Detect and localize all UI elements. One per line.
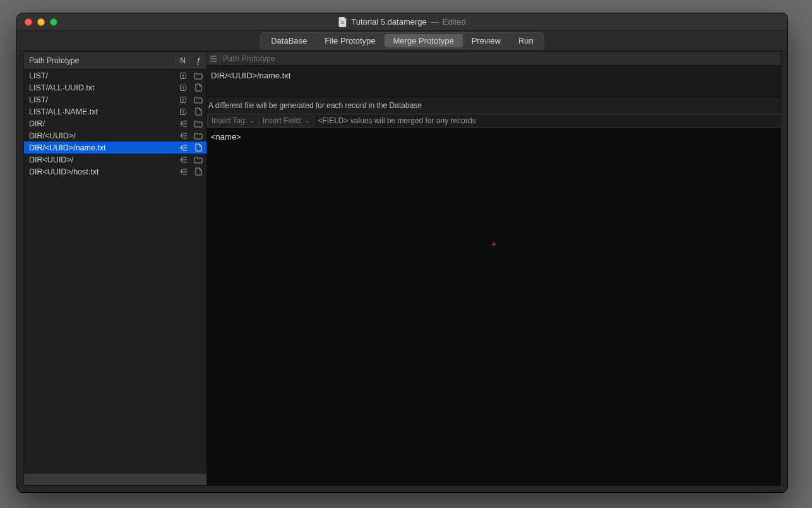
editor-text: <name> [211, 132, 241, 142]
title-separator: — [431, 17, 439, 27]
tab-merge-prototype[interactable]: Merge Prototype [385, 34, 463, 47]
insert-field-dropdown[interactable]: Insert Field: ⌄ [259, 114, 314, 127]
sidebar-header: Path Prototype N ƒ [24, 52, 206, 70]
multi-record-icon [176, 132, 190, 140]
multi-record-icon [176, 156, 190, 164]
multi-record-icon [176, 120, 190, 128]
multi-record-icon [176, 168, 190, 176]
document-title: Tutorial 5.datamerge [351, 17, 426, 27]
file-icon [190, 143, 206, 152]
edited-indicator: Edited [443, 17, 466, 27]
folder-icon [190, 72, 206, 80]
list-item[interactable]: DIR<UUID>/host.txt [24, 166, 206, 178]
cursor-plus-icon: + [491, 239, 496, 249]
tab-preview[interactable]: Preview [463, 34, 510, 47]
chevron-down-icon: ⌄ [305, 118, 310, 124]
tab-file-prototype[interactable]: File Prototype [316, 34, 384, 47]
folder-icon [190, 132, 206, 140]
chevron-down-icon: ⌄ [249, 118, 254, 124]
list-item[interactable]: LIST/ALL-NAME.txt [24, 106, 206, 118]
single-record-icon [176, 84, 190, 92]
list-item-label: DIR<UUID>/host.txt [29, 167, 176, 176]
document-icon [338, 17, 347, 27]
path-value-display[interactable]: DIR/<UUID>/name.txt [207, 66, 780, 97]
list-item[interactable]: DIR/<UUID>/name.txt [24, 142, 206, 154]
insert-tag-label: Insert Tag: [212, 116, 247, 125]
prototype-list: LIST/LIST/ALL-UUID.txtLIST/LIST/ALL-NAME… [24, 70, 206, 474]
sidebar-footer [24, 474, 206, 485]
single-record-icon [176, 96, 190, 104]
list-item-label: DIR/<UUID>/name.txt [29, 143, 176, 152]
folder-icon [190, 96, 206, 104]
list-item-label: DIR<UUID>/ [29, 155, 176, 164]
folder-icon [190, 156, 206, 164]
folder-icon [190, 120, 206, 128]
column-header-path[interactable]: Path Prototype [24, 56, 176, 65]
list-item-label: DIR/<UUID>/ [29, 131, 176, 140]
list-item[interactable]: LIST/ [24, 70, 206, 82]
content-editor[interactable]: <name> + [207, 128, 780, 485]
main-toolbar: DataBaseFile PrototypeMerge PrototypePre… [17, 31, 787, 51]
list-item[interactable]: DIR<UUID>/ [24, 154, 206, 166]
list-item-label: DIR/ [29, 119, 176, 128]
content-area: Path Prototype N ƒ LIST/LIST/ALL-UUID.tx… [23, 51, 781, 486]
insert-tag-dropdown[interactable]: Insert Tag: ⌄ [208, 114, 259, 127]
window-title: Tutorial 5.datamerge — Edited [338, 17, 465, 27]
close-window-button[interactable] [25, 18, 32, 26]
path-prototype-input[interactable] [220, 52, 780, 65]
file-icon [190, 167, 206, 176]
titlebar: Tutorial 5.datamerge — Edited [17, 13, 787, 31]
merge-hint: <FIELD> values will be merged for any re… [314, 114, 780, 127]
zoom-window-button[interactable] [50, 18, 57, 26]
list-item[interactable]: LIST/ [24, 94, 206, 106]
path-list-icon[interactable] [207, 55, 220, 63]
minimize-window-button[interactable] [37, 18, 45, 26]
list-item-label: LIST/ALL-NAME.txt [29, 107, 176, 116]
list-item[interactable]: DIR/<UUID>/ [24, 130, 206, 142]
list-item[interactable]: DIR/ [24, 118, 206, 130]
list-item[interactable]: LIST/ALL-UUID.txt [24, 82, 206, 94]
app-window: Tutorial 5.datamerge — Edited DataBaseFi… [16, 13, 788, 493]
record-generation-hint: A different file will be generated for e… [207, 97, 780, 114]
view-segmented-control: DataBaseFile PrototypeMerge PrototypePre… [260, 32, 544, 49]
list-item-label: LIST/ [29, 95, 176, 104]
insert-row: Insert Tag: ⌄ Insert Field: ⌄ <FIELD> va… [207, 114, 780, 128]
column-header-n[interactable]: N [176, 56, 190, 65]
multi-record-icon [176, 144, 190, 152]
file-icon [190, 107, 206, 116]
tab-database[interactable]: DataBase [262, 34, 316, 47]
column-header-f[interactable]: ƒ [190, 56, 206, 65]
list-item-label: LIST/ALL-UUID.txt [29, 83, 176, 92]
list-item-label: LIST/ [29, 71, 176, 80]
insert-field-label: Insert Field: [263, 116, 302, 125]
single-record-icon [176, 108, 190, 116]
path-row [207, 52, 780, 66]
window-controls [25, 18, 57, 26]
sidebar: Path Prototype N ƒ LIST/LIST/ALL-UUID.tx… [24, 52, 207, 485]
tab-run[interactable]: Run [510, 34, 542, 47]
detail-pane: DIR/<UUID>/name.txt A different file wil… [207, 52, 780, 485]
svg-rect-0 [340, 21, 344, 22]
svg-rect-1 [340, 23, 344, 23]
file-icon [190, 83, 206, 92]
single-record-icon [176, 72, 190, 80]
